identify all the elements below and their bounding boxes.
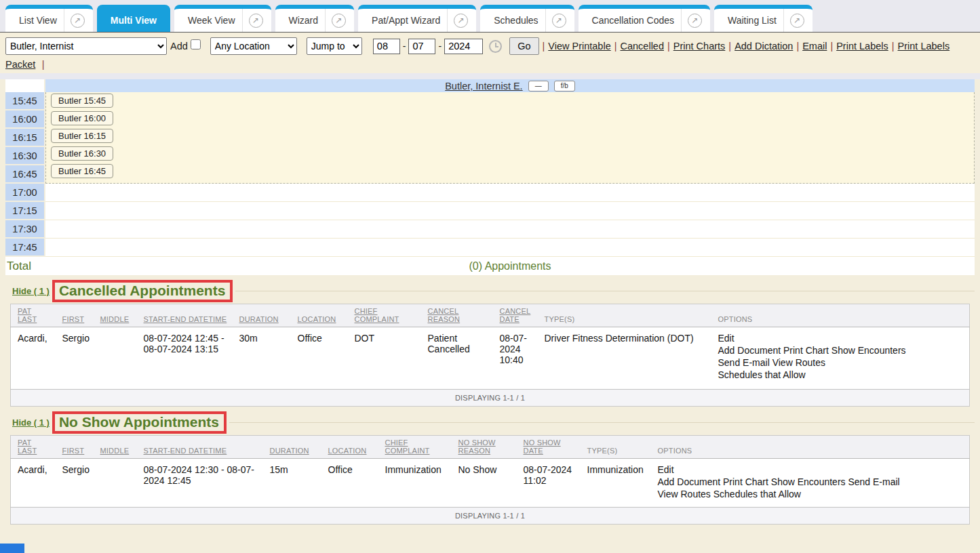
cell-location: Office [321, 459, 378, 508]
schedules-that-allow-option[interactable]: Schedules that Allow [718, 369, 806, 380]
column-header-types: TYPE(S) [545, 315, 575, 323]
cell-types: Driver Fitness Determination (DOT) [538, 327, 711, 390]
jump-to-select[interactable]: Jump to [307, 37, 362, 55]
column-header-pat-last[interactable]: PAT LAST [18, 307, 37, 323]
show-encounters-option[interactable]: Show Encounters [771, 476, 846, 487]
column-header-first[interactable]: FIRST [62, 315, 85, 323]
time-label: 16:45 [5, 165, 44, 182]
slot-button[interactable]: Butler 16:15 [51, 129, 113, 143]
appointments-count: (0) Appointments [45, 260, 975, 272]
popout-icon[interactable] [454, 14, 468, 28]
edit-option[interactable]: Edit [658, 464, 674, 475]
link-separator: | [830, 41, 833, 52]
column-header-pat-last[interactable]: PAT LAST [18, 438, 37, 455]
add-document-option[interactable]: Add Document [718, 345, 781, 356]
slot-button[interactable]: Butler 15:45 [51, 94, 113, 108]
provider-select[interactable]: Butler, Internist [5, 37, 167, 55]
divider-strip [0, 73, 980, 79]
section-divider-line [235, 291, 975, 291]
schedules-that-allow-option[interactable]: Schedules that Allow [713, 489, 801, 499]
clock-icon[interactable] [489, 40, 502, 53]
print-labels-link[interactable]: Print Labels [836, 41, 888, 52]
add-dictation-link[interactable]: Add Dictation [734, 41, 793, 52]
column-header-start-end[interactable]: START-END DATETIME [144, 315, 227, 323]
column-header-no-show-reason[interactable]: NO SHOW REASON [458, 438, 496, 455]
send-email-option[interactable]: Send E-mail [718, 357, 770, 368]
cancelled-appointment-row: Acardi, Sergio 08-07-2024 12:45 - 08-07-… [11, 327, 970, 390]
add-document-option[interactable]: Add Document [658, 476, 721, 487]
tab-multi-view[interactable]: Multi View [97, 5, 170, 32]
send-email-option[interactable]: Send E-mail [848, 476, 899, 487]
date-day-input[interactable] [408, 39, 435, 54]
go-button[interactable]: Go [509, 37, 538, 55]
section-divider-line [229, 422, 975, 423]
show-encounters-option[interactable]: Show Encounters [831, 345, 906, 356]
time-label: 15:45 [5, 92, 44, 109]
collapse-column-button[interactable]: — [528, 81, 549, 91]
column-header-middle[interactable]: MIDDLE [100, 315, 130, 323]
cell-middle [94, 327, 137, 390]
view-printable-link[interactable]: View Printable [548, 41, 610, 52]
tab-waiting-list[interactable]: Waiting List [714, 5, 812, 32]
column-header-location[interactable]: LOCATION [298, 315, 336, 323]
print-chart-option[interactable]: Print Chart [723, 476, 768, 487]
email-link[interactable]: Email [802, 41, 827, 52]
tab-wizard[interactable]: Wizard [275, 5, 355, 32]
view-routes-option[interactable]: View Routes [772, 357, 825, 368]
popout-icon[interactable] [71, 14, 85, 28]
column-header-first[interactable]: FIRST [62, 447, 85, 455]
tab-list-view[interactable]: List View [5, 5, 93, 32]
cancelled-link[interactable]: Cancelled [621, 41, 665, 52]
column-header-no-show-date[interactable]: NO SHOW DATE [524, 438, 561, 455]
edit-option[interactable]: Edit [718, 333, 734, 344]
popout-icon[interactable] [332, 14, 346, 28]
column-header-middle[interactable]: MIDDLE [100, 447, 130, 455]
hide-cancelled-link[interactable]: Hide ( 1 ) [12, 286, 50, 296]
empty-slot-row [45, 239, 975, 257]
print-charts-link[interactable]: Print Charts [673, 41, 726, 52]
popout-icon[interactable] [552, 14, 566, 28]
column-header-cancel-date[interactable]: CANCEL DATE [500, 307, 531, 323]
column-header-chief-complaint[interactable]: CHIEF COMPLAINT [385, 438, 430, 455]
fb-button[interactable]: f/b [554, 81, 575, 91]
cell-first: Sergio [56, 459, 94, 508]
provider-column-link[interactable]: Butler, Internist E. [445, 81, 522, 91]
popout-icon[interactable] [790, 14, 804, 28]
popout-icon[interactable] [249, 14, 263, 28]
empty-slot-row [45, 220, 975, 239]
cell-chief-complaint: Immunization [378, 459, 452, 508]
cell-cancel-reason: Patient Cancelled [421, 327, 493, 390]
date-separator: - [438, 41, 442, 52]
column-header-cancel-reason[interactable]: CANCEL REASON [428, 307, 460, 323]
hide-no-show-link[interactable]: Hide ( 1 ) [12, 417, 50, 428]
view-routes-option[interactable]: View Routes [658, 489, 711, 499]
add-checkbox[interactable] [191, 39, 201, 49]
cell-types: Immunization [581, 459, 651, 508]
print-chart-option[interactable]: Print Chart [783, 345, 829, 356]
link-separator: | [42, 59, 45, 70]
slot-button[interactable]: Butler 16:00 [51, 111, 113, 125]
no-show-table-footer: DISPLAYING 1-1 / 1 [11, 508, 970, 525]
column-header-start-end[interactable]: START-END DATETIME [144, 447, 227, 455]
tab-cancellation-codes[interactable]: Cancellation Codes [579, 5, 710, 32]
tab-schedules[interactable]: Schedules [480, 5, 574, 32]
date-year-input[interactable] [444, 39, 483, 54]
column-header-duration[interactable]: DURATION [239, 315, 279, 323]
popout-icon[interactable] [688, 14, 702, 28]
column-header-location[interactable]: LOCATION [328, 447, 367, 455]
cell-duration: 30m [233, 327, 291, 390]
tab-week-view[interactable]: Week View [174, 5, 271, 32]
slot-button[interactable]: Butler 16:30 [51, 146, 113, 161]
tab-pat-appt-wizard[interactable]: Pat/Appt Wizard [358, 5, 476, 32]
print-labels-packet-link[interactable]: Print Labels [898, 41, 950, 52]
column-header-duration[interactable]: DURATION [270, 447, 309, 455]
slot-button[interactable]: Butler 16:45 [51, 164, 113, 178]
date-month-input[interactable] [373, 39, 400, 54]
location-select[interactable]: Any Location [210, 37, 297, 55]
open-slot-area: Butler 15:45 Butler 16:00 Butler 16:15 B… [45, 92, 975, 184]
time-column: 15:45 16:00 16:15 16:30 16:45 17:00 17:1… [5, 92, 44, 257]
schedule-column: Butler 15:45 Butler 16:00 Butler 16:15 B… [45, 92, 975, 257]
print-labels-packet-link-wrap[interactable]: Packet [5, 59, 35, 70]
column-header-chief-complaint[interactable]: CHIEF COMPLAINT [355, 307, 399, 323]
tab-label: List View [12, 15, 64, 26]
